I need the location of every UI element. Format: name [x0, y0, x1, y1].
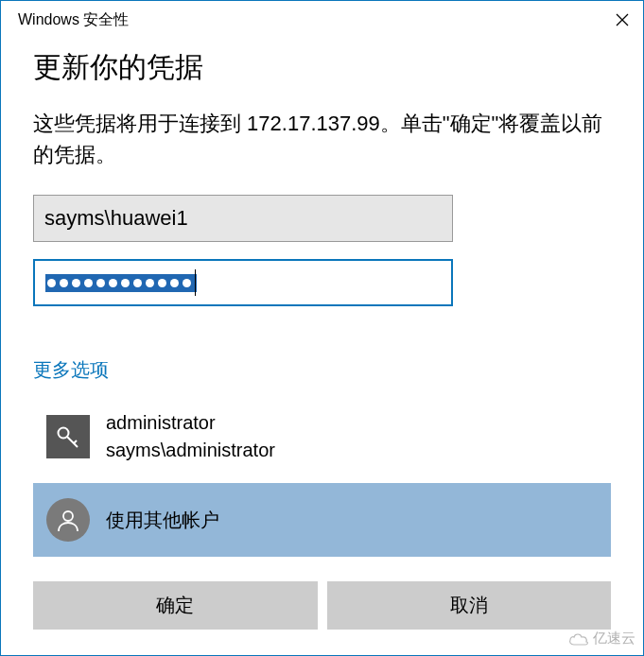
- dialog-heading: 更新你的凭据: [33, 48, 611, 87]
- account-text: administrator sayms\administrator: [106, 409, 275, 464]
- close-button[interactable]: [600, 1, 643, 39]
- svg-point-2: [59, 428, 69, 439]
- account-option-other[interactable]: 使用其他帐户: [33, 483, 611, 557]
- ok-button[interactable]: 确定: [33, 581, 318, 630]
- cancel-button[interactable]: 取消: [327, 581, 612, 630]
- titlebar: Windows 安全性: [1, 1, 643, 39]
- dialog-description: 这些凭据将用于连接到 172.17.137.99。单击"确定"将覆盖以前的凭据。: [33, 108, 611, 170]
- user-icon: [46, 498, 90, 542]
- dialog-content: 更新你的凭据 这些凭据将用于连接到 172.17.137.99。单击"确定"将覆…: [1, 48, 643, 630]
- key-icon: [46, 415, 90, 458]
- password-mask: [45, 274, 197, 292]
- account-domain: sayms\administrator: [106, 437, 275, 464]
- svg-line-4: [74, 440, 77, 443]
- watermark-text: 亿速云: [593, 630, 635, 647]
- cloud-icon: [568, 631, 589, 647]
- account-name: administrator: [106, 409, 275, 437]
- account-text: 使用其他帐户: [106, 507, 219, 534]
- dialog-title: Windows 安全性: [18, 10, 129, 30]
- watermark: 亿速云: [568, 630, 635, 647]
- account-option-administrator[interactable]: administrator sayms\administrator: [33, 400, 611, 474]
- button-row: 确定 取消: [33, 581, 611, 630]
- credentials-dialog: Windows 安全性 更新你的凭据 这些凭据将用于连接到 172.17.137…: [0, 0, 644, 656]
- username-input[interactable]: [33, 195, 453, 242]
- more-options-link[interactable]: 更多选项: [33, 357, 109, 383]
- close-icon: [616, 13, 629, 26]
- other-account-label: 使用其他帐户: [106, 507, 219, 534]
- text-caret: [195, 269, 196, 296]
- password-input[interactable]: [33, 259, 453, 306]
- svg-point-5: [63, 511, 73, 521]
